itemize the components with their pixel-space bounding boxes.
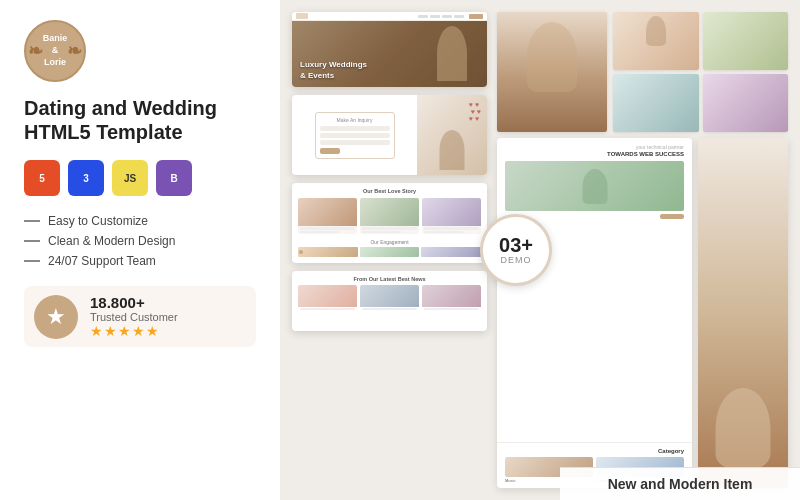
partner-preview[interactable]: your technical partner TOWARDS WEB SUCCE… xyxy=(497,138,692,488)
new-item-text: New and Modern Item xyxy=(608,476,753,492)
template-logo xyxy=(296,13,308,19)
hearts-decoration: ♥ ♥ ♥ ♥♥ ♥ xyxy=(469,101,481,122)
small-photo-1-bg xyxy=(613,12,699,70)
couple-photo-bg xyxy=(497,12,607,132)
title-section: Dating and Wedding HTML5 Template xyxy=(24,96,256,146)
category-title: Category xyxy=(505,448,684,454)
story-content: Our Best Love Story xyxy=(292,183,487,262)
laurel-left-icon: ❧ xyxy=(28,40,43,62)
html5-label: 5 xyxy=(39,173,45,184)
template-hero-preview[interactable]: Luxury Weddings& Events xyxy=(292,12,487,87)
feature-item-2: Clean & Modern Design xyxy=(24,234,256,248)
story-text-3 xyxy=(362,227,417,230)
right-bottom-area: your technical partner TOWARDS WEB SUCCE… xyxy=(497,138,788,488)
wedding-photo-bg xyxy=(698,138,788,488)
navlink-1 xyxy=(418,15,428,18)
inquiry-illustration: ♥ ♥ ♥ ♥♥ ♥ xyxy=(417,95,487,175)
template-navlinks xyxy=(418,15,464,18)
news-card-3 xyxy=(422,285,481,313)
left-panel: ❧ Banie&Lorie ❧ Dating and Wedding HTML5… xyxy=(0,0,280,500)
small-photo-4-bg xyxy=(703,74,789,132)
navlink-3 xyxy=(442,15,452,18)
form-title: Make An Inquiry xyxy=(320,117,390,123)
story-text-5 xyxy=(424,227,479,230)
template-inquiry-preview[interactable]: Make An Inquiry ♥ ♥ ♥ ♥♥ ♥ xyxy=(292,95,487,175)
news-caption-1 xyxy=(298,307,357,313)
news-title: From Our Latest Best News xyxy=(298,276,481,282)
star-badge-icon: ★ xyxy=(34,295,78,339)
story-caption-3 xyxy=(422,226,481,234)
story-caption-2 xyxy=(360,226,419,234)
couple-silhouette xyxy=(437,26,467,81)
inquiry-form-area: Make An Inquiry xyxy=(292,95,417,175)
form-submit-btn xyxy=(320,148,340,154)
laurel-right-icon: ❧ xyxy=(67,40,82,62)
story-title: Our Best Love Story xyxy=(298,188,481,194)
news-caption-2 xyxy=(360,307,419,313)
css3-badge: 3 xyxy=(68,160,104,196)
couple-silhouette-tall xyxy=(527,22,577,92)
story-text-6 xyxy=(424,231,463,233)
news-img-1 xyxy=(298,285,357,307)
story-card-1 xyxy=(298,198,357,234)
story-text-1 xyxy=(300,227,355,230)
story-img-1 xyxy=(298,198,357,226)
page-title-line2: HTML5 Template xyxy=(24,120,256,144)
small-photo-3 xyxy=(613,74,699,132)
css3-label: 3 xyxy=(83,173,89,184)
feature-item-1: Easy to Customize xyxy=(24,214,256,228)
tall-wedding-photo xyxy=(698,138,788,488)
brand-name: Banie&Lorie xyxy=(43,33,68,68)
form-field-2 xyxy=(320,133,390,138)
news-text-2 xyxy=(362,308,417,310)
template-nav xyxy=(292,12,487,21)
stars-rating: ★★★★★ xyxy=(90,323,178,339)
small-photo-2-bg xyxy=(703,12,789,70)
demo-label: DEMO xyxy=(501,255,532,265)
template-story-preview[interactable]: Our Best Love Story xyxy=(292,183,487,263)
demo-number: 03+ xyxy=(499,235,533,255)
js-label: JS xyxy=(124,173,136,184)
js-badge: JS xyxy=(112,160,148,196)
eng-card-1 xyxy=(298,247,358,257)
hero-text: Luxury Weddings& Events xyxy=(300,60,367,81)
left-preview-col: Luxury Weddings& Events Make An Inquiry xyxy=(292,12,487,488)
story-text-2 xyxy=(300,231,339,233)
engagement-cards xyxy=(298,247,481,257)
couple-figure xyxy=(440,130,465,170)
logo-area: ❧ Banie&Lorie ❧ xyxy=(24,20,256,82)
news-caption-3 xyxy=(422,307,481,313)
tall-couple-photo xyxy=(497,12,607,132)
navlink-2 xyxy=(430,15,440,18)
bootstrap-label: B xyxy=(170,173,177,184)
template-news-preview[interactable]: From Our Latest Best News xyxy=(292,271,487,331)
partner-image xyxy=(505,161,684,211)
trusted-info: 18.800+ Trusted Customer ★★★★★ xyxy=(90,294,178,339)
logo-badge: ❧ Banie&Lorie ❧ xyxy=(24,20,86,82)
feature-item-3: 24/07 Support Team xyxy=(24,254,256,268)
story-cards xyxy=(298,198,481,234)
feature-label-3: 24/07 Support Team xyxy=(48,254,156,268)
story-img-2 xyxy=(360,198,419,226)
new-item-banner: New and Modern Item xyxy=(560,467,800,500)
silhouette-1 xyxy=(646,16,666,46)
navlink-4 xyxy=(454,15,464,18)
bootstrap-badge: B xyxy=(156,160,192,196)
form-field-1 xyxy=(320,126,390,131)
feature-dash-icon xyxy=(24,240,40,242)
story-card-3 xyxy=(422,198,481,234)
eng-card-2 xyxy=(360,247,420,257)
eng-dot-1 xyxy=(299,250,303,254)
feature-dash-icon xyxy=(24,260,40,262)
feature-label-1: Easy to Customize xyxy=(48,214,148,228)
trusted-section: ★ 18.800+ Trusted Customer ★★★★★ xyxy=(24,286,256,347)
news-card-1 xyxy=(298,285,357,313)
trusted-count: 18.800+ xyxy=(90,294,178,311)
engagement-label: Our Engagement xyxy=(298,239,481,245)
inquiry-form-box: Make An Inquiry xyxy=(315,112,395,159)
feature-label-2: Clean & Modern Design xyxy=(48,234,175,248)
story-card-2 xyxy=(360,198,419,234)
demo-badge: 03+ DEMO xyxy=(480,214,552,286)
inquiry-layout: Make An Inquiry ♥ ♥ ♥ ♥♥ ♥ xyxy=(292,95,487,175)
news-text-1 xyxy=(300,308,355,310)
